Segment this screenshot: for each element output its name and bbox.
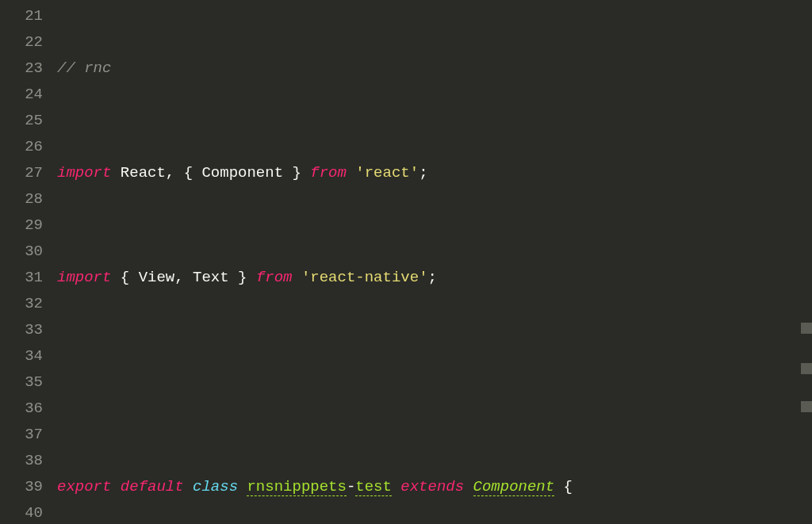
keyword-default: default xyxy=(121,478,193,495)
line-number: 25 xyxy=(0,108,43,134)
code-line[interactable]: import { View, Text } from 'react-native… xyxy=(57,265,812,291)
line-number: 21 xyxy=(0,3,43,29)
punctuation: { xyxy=(111,269,138,286)
code-line[interactable] xyxy=(57,369,812,396)
punctuation: , { xyxy=(166,164,202,182)
punctuation: ; xyxy=(419,164,427,182)
line-number: 29 xyxy=(0,212,43,239)
minimap-marker xyxy=(801,363,812,374)
code-line[interactable]: export default class rnsnipppets-test ex… xyxy=(57,474,812,500)
line-number: 38 xyxy=(0,448,43,474)
line-number: 36 xyxy=(0,396,43,422)
line-number: 24 xyxy=(0,82,43,108)
class-name: test xyxy=(355,478,392,496)
string-literal: 'react-native' xyxy=(301,269,428,286)
identifier: View xyxy=(139,269,175,286)
keyword-class: class xyxy=(193,478,247,495)
punctuation: , xyxy=(174,269,193,286)
punctuation: { xyxy=(554,478,573,495)
line-number: 30 xyxy=(0,239,43,265)
keyword-extends: extends xyxy=(392,478,473,495)
line-number: 23 xyxy=(0,55,43,82)
keyword-export: export xyxy=(57,478,121,495)
keyword-import: import xyxy=(57,269,111,286)
line-number: 32 xyxy=(0,291,43,317)
minimap[interactable] xyxy=(801,0,812,524)
keyword-import: import xyxy=(57,164,111,182)
code-line[interactable]: import React, { Component } from 'react'… xyxy=(57,160,812,186)
line-number: 40 xyxy=(0,500,43,524)
class-name: Component xyxy=(473,478,555,496)
line-number: 28 xyxy=(0,186,43,212)
class-name: rnsnipppets xyxy=(247,478,346,496)
punctuation: - xyxy=(347,478,355,495)
line-number-gutter: 21 22 23 24 25 26 27 28 29 30 31 32 33 3… xyxy=(0,0,57,524)
code-line[interactable]: // rnc xyxy=(57,55,812,82)
minimap-marker xyxy=(801,401,812,412)
keyword-from: from xyxy=(310,164,355,182)
line-number: 22 xyxy=(0,29,43,55)
line-number: 27 xyxy=(0,160,43,186)
punctuation: } xyxy=(229,269,256,286)
code-editor[interactable]: 21 22 23 24 25 26 27 28 29 30 31 32 33 3… xyxy=(0,0,812,524)
string-literal: 'react' xyxy=(355,164,419,182)
line-number: 31 xyxy=(0,265,43,291)
identifier: Text xyxy=(193,269,229,286)
keyword-from: from xyxy=(256,269,301,286)
punctuation: } xyxy=(283,164,310,182)
identifier: Component xyxy=(201,164,283,182)
code-area[interactable]: // rnc import React, { Component } from … xyxy=(57,0,812,524)
line-number: 39 xyxy=(0,474,43,500)
line-number: 37 xyxy=(0,422,43,448)
line-number: 33 xyxy=(0,317,43,343)
minimap-marker xyxy=(801,323,812,334)
line-number: 26 xyxy=(0,134,43,160)
identifier: React xyxy=(121,164,166,182)
line-number: 35 xyxy=(0,369,43,396)
comment-text: // rnc xyxy=(57,59,111,77)
line-number: 34 xyxy=(0,343,43,369)
punctuation: ; xyxy=(428,269,437,286)
